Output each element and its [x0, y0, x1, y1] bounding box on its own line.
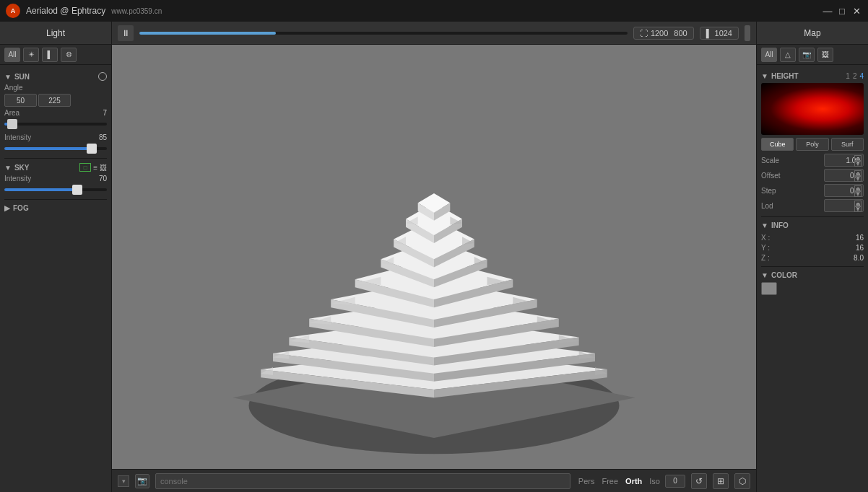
offset-up-arrow[interactable]: ▲ — [854, 170, 862, 176]
scale-up-arrow[interactable]: ▲ — [854, 155, 862, 161]
samples-bar-icon: ▌ — [706, 29, 712, 38]
camera-icon[interactable]: 📷 — [135, 474, 149, 488]
height-map-preview[interactable] — [761, 83, 864, 135]
sun-area-thumb[interactable] — [7, 119, 17, 129]
bar-filter-icon[interactable]: ▌ — [42, 48, 58, 62]
viewport — [112, 45, 756, 469]
pyramid-svg — [112, 45, 756, 469]
sky-intensity-fill — [4, 188, 74, 191]
sky-icons: □ ≡ 🖼 — [79, 163, 107, 172]
lod-input[interactable]: 0 ▲ ▼ — [824, 199, 864, 212]
sky-intensity-value: 70 — [99, 175, 107, 183]
pers-mode-button[interactable]: Pers — [576, 476, 597, 486]
main-area: Light All ☀ ▌ ⚙ ▼ SUN Angle — [0, 22, 868, 492]
right-triangle-icon[interactable]: △ — [780, 48, 796, 62]
bottom-bar: ▾ 📷 Pers Free Orth Iso ↺ ⊞ ⬡ — [112, 469, 756, 492]
offset-label: Offset — [761, 172, 781, 180]
info-content: X : 16 Y : 16 Z : 8.0 — [761, 234, 864, 262]
titlebar-left: A Aerialod @ Ephtracy www.pc0359.cn — [6, 4, 162, 18]
right-toolbar: All △ 📷 🖼 — [757, 45, 868, 65]
close-button[interactable]: ✕ — [851, 5, 862, 17]
sun-filter-icon[interactable]: ☀ — [23, 48, 39, 62]
step-up-arrow[interactable]: ▲ — [854, 185, 862, 191]
offset-arrows: ▲ ▼ — [854, 170, 863, 183]
scrollbar-area — [745, 25, 750, 41]
height-num1[interactable]: 1 — [846, 72, 850, 80]
height-num2[interactable]: 2 — [853, 72, 857, 80]
z-coord-row: Z : 8.0 — [761, 254, 864, 262]
right-panel-content: ▼ HEIGHT 1 2 4 Cube Poly Surf — [757, 65, 868, 492]
sun-angle-label: Angle — [4, 84, 23, 92]
sky-intensity-track — [4, 188, 107, 191]
sky-square-icon[interactable]: □ — [79, 163, 91, 172]
left-panel-header: Light — [0, 22, 111, 45]
x-coord-label: X : — [761, 234, 770, 242]
cube-button[interactable]: ⬡ — [734, 473, 750, 489]
lod-down-arrow[interactable]: ▼ — [854, 206, 862, 212]
center-area: ⏸ ⛶ 1200 800 ▌ 1024 — [112, 22, 756, 492]
sun-angle1-input[interactable] — [4, 94, 37, 107]
iso-mode-button[interactable]: Iso — [647, 476, 662, 486]
dimensions-display[interactable]: ⛶ 1200 800 — [633, 27, 694, 40]
render-progress-bar — [139, 32, 628, 35]
free-mode-button[interactable]: Free — [599, 476, 620, 486]
viewport-toolbar: ⏸ ⛶ 1200 800 ▌ 1024 — [112, 22, 756, 45]
console-input[interactable] — [155, 473, 570, 489]
right-all-button[interactable]: All — [761, 48, 777, 62]
fog-section-header[interactable]: ▶ FOG — [4, 204, 107, 212]
left-panel-content: ▼ SUN Angle Area 7 — [0, 65, 111, 492]
height-section-header[interactable]: ▼ HEIGHT 1 2 4 — [761, 72, 864, 80]
sun-intensity-fill — [4, 147, 88, 150]
step-arrows: ▲ ▼ — [854, 185, 863, 198]
sun-intensity-slider[interactable] — [4, 144, 107, 154]
maximize-button[interactable]: □ — [836, 5, 848, 17]
minimize-button[interactable]: — — [822, 5, 833, 17]
offset-down-arrow[interactable]: ▼ — [854, 176, 862, 182]
right-image-icon[interactable]: 🖼 — [817, 48, 833, 62]
info-section-title: ▼ INFO — [761, 221, 789, 229]
reset-view-button[interactable]: ↺ — [691, 473, 707, 489]
y-coord-value: 16 — [856, 244, 864, 252]
height-num4[interactable]: 4 — [859, 72, 864, 80]
step-input[interactable]: 0.0 ▲ ▼ — [824, 184, 864, 197]
gear-filter-icon[interactable]: ⚙ — [61, 48, 77, 62]
right-camera-icon[interactable]: 📷 — [799, 48, 815, 62]
sun-area-slider[interactable] — [4, 119, 107, 129]
all-filter-button[interactable]: All — [4, 48, 20, 62]
sky-section-header[interactable]: ▼ SKY □ ≡ 🖼 — [4, 163, 107, 172]
poly-render-button[interactable]: Poly — [796, 138, 828, 151]
sun-section-title: ▼ SUN — [4, 73, 30, 81]
pause-button[interactable]: ⏸ — [118, 25, 134, 41]
scale-down-arrow[interactable]: ▼ — [854, 161, 862, 167]
sun-angle2-input[interactable] — [38, 94, 71, 107]
sky-image-icon[interactable]: 🖼 — [100, 164, 107, 172]
grid-button[interactable]: ⊞ — [713, 473, 729, 489]
sky-intensity-slider[interactable] — [4, 185, 107, 195]
view-modes: Pers Free Orth Iso — [576, 475, 685, 488]
sky-list-icon[interactable]: ≡ — [93, 164, 97, 172]
panel-toggle-button[interactable]: ▾ — [118, 475, 129, 487]
offset-input[interactable]: 0.0 ▲ ▼ — [824, 169, 864, 182]
sun-section-header[interactable]: ▼ SUN — [4, 72, 107, 81]
lod-up-arrow[interactable]: ▲ — [854, 201, 862, 206]
surf-render-button[interactable]: Surf — [831, 138, 864, 151]
color-section-header[interactable]: ▼ COLOR — [761, 271, 864, 279]
step-down-arrow[interactable]: ▼ — [854, 191, 862, 197]
sky-intensity-thumb[interactable] — [72, 185, 82, 195]
color-swatch[interactable] — [761, 282, 777, 295]
orth-mode-button[interactable]: Orth — [623, 476, 644, 486]
iso-value-input[interactable] — [665, 475, 685, 488]
sun-intensity-thumb[interactable] — [87, 144, 97, 154]
watermark: www.pc0359.cn — [111, 7, 162, 15]
sun-toggle-circle[interactable] — [98, 72, 107, 81]
lod-row: Lod 0 ▲ ▼ — [761, 199, 864, 212]
scale-input[interactable]: 1.00 ▲ ▼ — [824, 154, 864, 167]
right-panel-header: Map — [757, 22, 868, 45]
samples-display[interactable]: ▌ 1024 — [700, 27, 739, 40]
fog-section-title: ▶ FOG — [4, 204, 29, 212]
step-label: Step — [761, 187, 776, 195]
cube-render-button[interactable]: Cube — [761, 138, 794, 151]
lod-label: Lod — [761, 202, 773, 210]
info-section-header[interactable]: ▼ INFO — [761, 221, 864, 229]
scroll-thumb[interactable] — [745, 25, 750, 41]
